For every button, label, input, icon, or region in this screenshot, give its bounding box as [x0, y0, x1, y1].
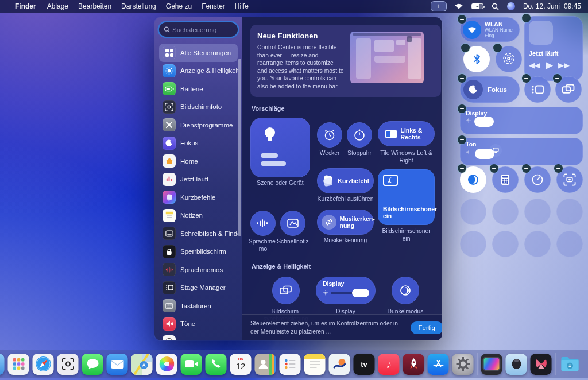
sidebar-item-toene[interactable]: Töne [159, 315, 238, 334]
sidebar-item-dienstprogramme[interactable]: Dienstprogramme [159, 116, 238, 134]
sidebar-item-batterie[interactable]: Batterie [159, 80, 238, 98]
remove-badge-icon[interactable] [458, 74, 466, 83]
dock-downloads-folder-icon[interactable] [559, 354, 581, 375]
sidebar-item-bildschirmfoto[interactable]: Bildschirmfoto [159, 98, 238, 117]
menu-app-name[interactable]: Finder [15, 2, 36, 10]
sidebar-item-sperrbildschirm[interactable]: Sperrbildschirm [159, 243, 238, 261]
wifi-status-icon[interactable] [454, 3, 463, 10]
dock-freeform-icon[interactable] [329, 354, 350, 375]
sidebar-item-sprachmemos[interactable]: Sprachmemos [159, 261, 238, 279]
scene-device-tile[interactable] [250, 118, 310, 177]
calculator-control[interactable] [492, 166, 519, 193]
remove-badge-icon[interactable] [553, 74, 562, 83]
sidebar-item-tastaturen[interactable]: Tastaturen [159, 297, 238, 315]
empty-control-slot[interactable] [556, 231, 583, 257]
screensaver-tile[interactable]: Bildschirmschoner ein [378, 169, 435, 225]
display-brightness-control[interactable]: Display [460, 107, 583, 134]
dock-photos-icon[interactable] [156, 354, 177, 375]
remove-badge-icon[interactable] [522, 14, 531, 22]
sidebar-item-jetzt-laeuft[interactable]: Jetzt läuft [159, 170, 238, 189]
sidebar-item-fokus[interactable]: Fokus [159, 134, 238, 153]
spotlight-search-icon[interactable] [492, 3, 499, 10]
display-slider-knob[interactable] [352, 289, 369, 297]
dock-game-icon[interactable] [531, 354, 552, 375]
empty-control-slot[interactable] [460, 231, 486, 257]
remove-badge-icon[interactable] [458, 135, 466, 144]
display-slider-knob[interactable] [474, 117, 494, 127]
sidebar-item-stage-manager[interactable]: Stage Manager [159, 279, 238, 297]
menu-fenster[interactable]: Fenster [202, 2, 225, 10]
menu-hilfe[interactable]: Hilfe [235, 2, 249, 10]
sidebar-item-anzeige-helligkeit[interactable]: Anzeige & Helligkeit [159, 62, 238, 80]
previous-track-button[interactable]: ◀◀ [529, 61, 540, 69]
kurzbefehl-tile[interactable]: Kurzbefehl [317, 168, 374, 193]
bluetooth-control[interactable] [463, 46, 490, 72]
remove-badge-icon[interactable] [490, 164, 498, 173]
menu-gehe-zu[interactable]: Gehe zu [166, 2, 192, 10]
dock-launchpad-icon[interactable] [8, 354, 29, 375]
empty-control-slot[interactable] [524, 199, 551, 225]
remove-badge-icon[interactable] [458, 15, 466, 24]
play-button[interactable]: ▶ [546, 59, 553, 71]
fokus-control[interactable]: Fokus [460, 76, 520, 103]
dock-notes-icon[interactable] [304, 354, 326, 375]
search-input[interactable] [172, 26, 233, 33]
volume-control[interactable]: Ton [460, 138, 583, 165]
sidebar-item-schreibtisch-finder[interactable]: Schreibtisch & Finder [159, 224, 238, 243]
darkmode-control[interactable] [460, 166, 486, 193]
musikerkennung-tile[interactable]: Musikerken­nung [317, 210, 374, 235]
sidebar-item-home[interactable]: Home [159, 152, 238, 170]
empty-control-slot[interactable] [492, 199, 519, 225]
wecker-tile[interactable] [317, 122, 342, 148]
done-button[interactable]: Fertig [411, 321, 442, 334]
dock-reminders-icon[interactable] [280, 354, 301, 375]
display-slider-track[interactable] [331, 292, 369, 294]
timer-control[interactable] [524, 166, 551, 193]
remove-badge-icon[interactable] [493, 44, 502, 52]
remove-badge-icon[interactable] [461, 44, 470, 52]
dock-mail-icon[interactable] [107, 354, 128, 375]
tile-windows-tile[interactable]: Links & Rechts [378, 121, 435, 146]
dock-messages-icon[interactable] [82, 354, 103, 375]
dock-settings-icon[interactable] [452, 354, 474, 375]
airdrop-control[interactable] [496, 46, 522, 72]
darkmode-tile[interactable] [392, 277, 419, 304]
dock-safari-icon[interactable] [33, 354, 54, 375]
siri-icon[interactable] [507, 2, 515, 10]
sidebar-item-kurzbefehle[interactable]: Kurzbefehle [159, 188, 238, 207]
next-track-button[interactable]: ▶▶ [558, 61, 570, 69]
remove-badge-icon[interactable] [458, 164, 466, 173]
stoppuhr-tile[interactable] [347, 122, 372, 148]
menu-bar-clock[interactable]: Do. 12. Juni 09:45 [523, 2, 581, 10]
schnellnotiz-tile[interactable] [280, 211, 305, 236]
volume-slider-knob[interactable] [475, 149, 494, 159]
dock-maps-icon[interactable] [131, 354, 153, 375]
now-playing-control[interactable]: Jetzt läuft ◀◀ ▶ ▶▶ [524, 16, 583, 81]
empty-control-slot[interactable] [556, 199, 583, 225]
empty-control-slot[interactable] [524, 231, 551, 257]
screen-mirroring-control[interactable] [555, 76, 582, 103]
dock-homepod-icon[interactable] [506, 354, 527, 375]
add-control-button[interactable]: + [431, 2, 446, 11]
sidebar-item-notizen[interactable]: Notizen [159, 207, 238, 225]
dock-appstore-icon[interactable] [428, 354, 449, 375]
wlan-control[interactable]: WLAN WLAN-Name-Eing… [460, 17, 520, 42]
dock-phone-icon[interactable] [206, 354, 227, 375]
display-slider-tile[interactable]: Display [316, 277, 376, 304]
dock-video-editor-icon[interactable] [481, 354, 502, 375]
remove-badge-icon[interactable] [554, 164, 563, 173]
remove-badge-icon[interactable] [522, 164, 531, 173]
dock-screenshot-icon[interactable] [57, 354, 79, 375]
empty-control-slot[interactable] [460, 199, 486, 225]
sidebar-item-uhr[interactable]: Uhr [159, 333, 238, 340]
sidebar-item-alle-steuerungen[interactable]: Alle Steuerungen [159, 44, 238, 62]
screenshot-control[interactable] [556, 166, 583, 193]
dock-facetime-icon[interactable] [181, 354, 202, 375]
remove-badge-icon[interactable] [458, 104, 466, 113]
search-field[interactable] [159, 22, 238, 37]
remove-badge-icon[interactable] [522, 74, 531, 83]
menu-ablage[interactable]: Ablage [47, 2, 68, 10]
dock-finder-icon[interactable] [0, 354, 5, 375]
menu-darstellung[interactable]: Darstellung [121, 2, 156, 10]
sidebar-scrollbar[interactable] [238, 59, 241, 236]
